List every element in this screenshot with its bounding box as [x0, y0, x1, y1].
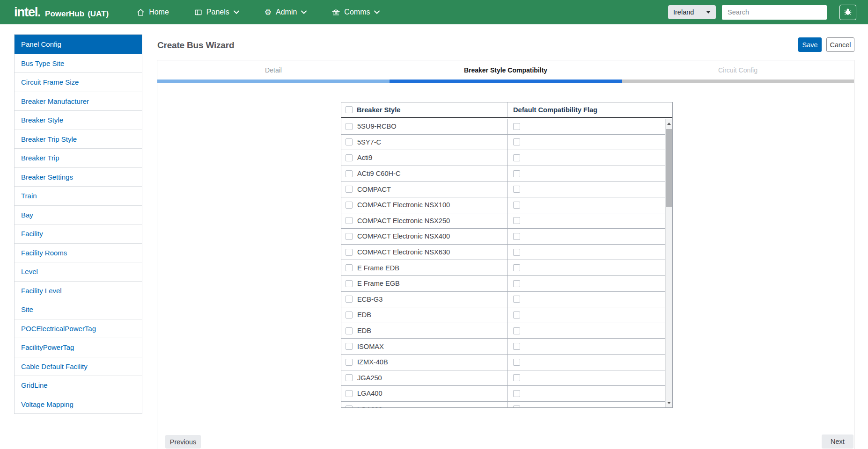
sidebar-item[interactable]: Voltage Mapping [15, 395, 142, 414]
row-checkbox[interactable] [346, 264, 353, 271]
flag-checkbox[interactable] [513, 170, 520, 177]
flag-checkbox[interactable] [513, 154, 520, 161]
breaker-style-cell: EDB [341, 307, 507, 323]
sidebar-item-label: Breaker Trip Style [21, 135, 77, 143]
sidebar-item[interactable]: Bay [15, 205, 142, 224]
row-checkbox[interactable] [346, 217, 353, 224]
flag-checkbox[interactable] [513, 374, 520, 381]
row-checkbox[interactable] [346, 359, 353, 366]
table-row: COMPACT Electronic NSX250 [341, 213, 672, 229]
select-all-checkbox[interactable] [346, 106, 353, 113]
flag-checkbox[interactable] [513, 233, 520, 240]
flag-checkbox[interactable] [513, 138, 520, 145]
save-button[interactable]: Save [798, 37, 822, 52]
wizard-steps: Detail Breaker Style Compatibilty Circui… [157, 60, 854, 80]
sidebar-item[interactable]: Facility Level [15, 281, 142, 300]
breaker-style-cell: COMPACT Electronic NSX400 [341, 229, 507, 244]
row-checkbox[interactable] [346, 123, 353, 130]
sidebar-item[interactable]: Bus Type Site [15, 54, 142, 73]
sidebar-item[interactable]: Train [15, 186, 142, 205]
table-row: ACti9 C60H-C [341, 166, 672, 182]
progress-segment-upcoming [622, 80, 854, 83]
default-compatibility-flag-cell [507, 307, 672, 323]
step-circuit-config[interactable]: Circuit Config [622, 66, 854, 74]
row-checkbox[interactable] [346, 374, 353, 381]
table-row: Acti9 [341, 150, 672, 166]
sidebar-item-label: Cable Default Facility [21, 362, 88, 370]
sidebar-item[interactable]: POCElectricalPowerTag [15, 319, 142, 338]
sidebar-item-panel-config[interactable]: Panel Config [15, 35, 142, 54]
step-breaker-style-compatibility[interactable]: Breaker Style Compatibilty [390, 66, 622, 74]
flag-checkbox[interactable] [513, 123, 520, 130]
step-detail[interactable]: Detail [157, 66, 390, 74]
table-scrollbar[interactable] [665, 119, 672, 407]
previous-button[interactable]: Previous [165, 435, 201, 449]
nav-panels[interactable]: Panels [194, 8, 239, 16]
table-row: LGA600 [341, 402, 672, 407]
debug-button[interactable] [839, 5, 856, 20]
row-checkbox[interactable] [346, 311, 353, 319]
sidebar-item[interactable]: Breaker Style [15, 110, 142, 130]
flag-checkbox[interactable] [513, 249, 520, 256]
region-select[interactable]: Ireland [668, 5, 716, 19]
row-checkbox[interactable] [346, 186, 353, 193]
default-compatibility-flag-cell [507, 135, 672, 150]
wizard-progress-bar [157, 80, 854, 83]
flag-checkbox[interactable] [513, 280, 520, 287]
flag-checkbox[interactable] [513, 359, 520, 366]
caret-down-icon [706, 11, 711, 14]
default-compatibility-flag-cell [507, 213, 672, 229]
sidebar-item-label: Breaker Trip [21, 154, 59, 162]
table-row: EDB [341, 323, 672, 339]
row-checkbox[interactable] [346, 280, 353, 287]
row-checkbox[interactable] [346, 343, 353, 350]
sidebar-item[interactable]: FacilityPowerTag [15, 338, 142, 357]
search-input[interactable] [722, 5, 827, 20]
flag-checkbox[interactable] [513, 343, 520, 350]
sidebar-item[interactable]: Breaker Manufacturer [15, 92, 142, 111]
sidebar-item[interactable]: Breaker Settings [15, 167, 142, 187]
row-checkbox[interactable] [346, 249, 353, 256]
row-checkbox[interactable] [346, 296, 353, 303]
flag-checkbox[interactable] [513, 296, 520, 303]
sidebar-item[interactable]: GridLine [15, 376, 142, 395]
sidebar-item[interactable]: Site [15, 300, 142, 319]
nav-admin[interactable]: ⚙ Admin [265, 8, 307, 16]
flag-checkbox[interactable] [513, 311, 520, 319]
breaker-style-cell: IZMX-40B [341, 355, 507, 370]
scroll-down-button[interactable] [666, 399, 672, 406]
row-checkbox[interactable] [346, 138, 353, 145]
scroll-up-button[interactable] [666, 120, 672, 127]
flag-checkbox[interactable] [513, 406, 520, 407]
row-checkbox[interactable] [346, 202, 353, 209]
sidebar-item[interactable]: Breaker Trip [15, 148, 142, 167]
row-checkbox[interactable] [346, 170, 353, 177]
sidebar-item[interactable]: Facility Rooms [15, 243, 142, 262]
row-checkbox[interactable] [346, 233, 353, 240]
flag-checkbox[interactable] [513, 217, 520, 224]
flag-checkbox[interactable] [513, 202, 520, 209]
flag-checkbox[interactable] [513, 186, 520, 193]
sidebar-item[interactable]: Breaker Trip Style [15, 130, 142, 149]
row-checkbox[interactable] [346, 154, 353, 161]
sidebar-item[interactable]: Facility [15, 224, 142, 243]
row-checkbox[interactable] [346, 327, 353, 334]
breaker-style-label: JGA250 [357, 374, 382, 382]
intel-logo: intel [14, 6, 37, 19]
flag-checkbox[interactable] [513, 327, 520, 334]
nav-home[interactable]: Home [137, 8, 169, 16]
row-checkbox[interactable] [346, 406, 353, 407]
row-checkbox[interactable] [346, 390, 353, 397]
sidebar-item[interactable]: Cable Default Facility [15, 357, 142, 376]
progress-segment-completed [157, 80, 390, 83]
flag-checkbox[interactable] [513, 264, 520, 271]
flag-checkbox[interactable] [513, 390, 520, 397]
cancel-button[interactable]: Cancel [826, 37, 854, 52]
nav-panels-label: Panels [206, 8, 229, 16]
next-button[interactable]: Next [822, 435, 853, 449]
bug-icon [844, 7, 852, 17]
sidebar-item[interactable]: Circuit Frame Size [15, 72, 142, 92]
scrollbar-thumb[interactable] [666, 129, 672, 207]
sidebar-item[interactable]: Level [15, 262, 142, 281]
nav-comms[interactable]: Comms [332, 8, 380, 16]
